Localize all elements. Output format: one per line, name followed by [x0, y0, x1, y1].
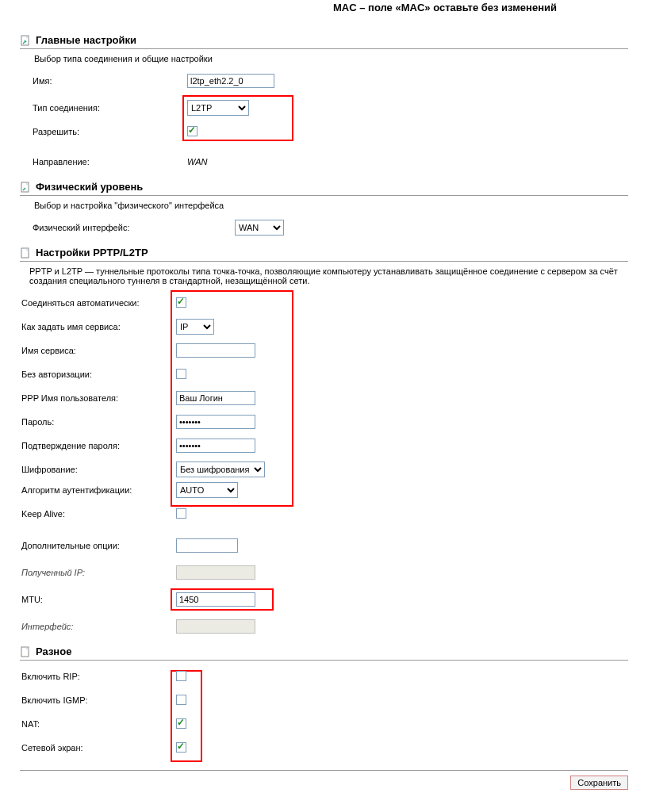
checkbox-auto[interactable]: [176, 297, 186, 308]
row-extra: Дополнительные опции:: [21, 538, 628, 553]
label-pwd: Пароль:: [21, 417, 176, 427]
row-nat: NAT:: [21, 716, 628, 732]
label-mtu: MTU:: [21, 595, 176, 604]
section-title-phys: Физический уровень: [36, 181, 143, 193]
row-enc: Шифрование: Без шифрования: [21, 462, 628, 477]
label-keepalive: Keep Alive:: [21, 509, 176, 519]
section-header-pptp: Настройки PPTP/L2TP: [20, 247, 628, 262]
row-allow: Разрешить:: [33, 124, 628, 140]
row-keepalive: Keep Alive:: [21, 506, 628, 522]
checkbox-rip[interactable]: [176, 671, 186, 681]
row-mtu: MTU:: [21, 592, 628, 607]
select-svc-mode[interactable]: IP: [176, 319, 214, 335]
input-pwd[interactable]: [176, 415, 255, 429]
label-conn-type: Тип соединения:: [33, 103, 187, 113]
page-icon: [20, 182, 31, 193]
input-recv-ip: [176, 565, 255, 580]
row-recv-ip: Полученный IP:: [21, 565, 628, 580]
label-recv-ip: Полученный IP:: [21, 568, 176, 577]
section-desc-phys: Выбор и настройка "физического" интерфей…: [34, 201, 628, 210]
section-desc-pptp: PPTP и L2TP — туннельные протоколы типа …: [29, 266, 628, 285]
label-auto: Соединяться автоматически:: [21, 298, 176, 308]
checkbox-fw[interactable]: [176, 742, 186, 753]
row-svc-mode: Как задать имя сервиса: IP: [21, 319, 628, 335]
label-pwd2: Подтверждение пароля:: [21, 441, 176, 450]
label-extra: Дополнительные опции:: [21, 541, 176, 550]
row-svc-name: Имя сервиса:: [21, 343, 628, 358]
row-iface2: Интерфейс:: [21, 619, 628, 634]
input-name[interactable]: [187, 74, 274, 88]
row-noauth: Без авторизации:: [21, 366, 628, 382]
section-title-main: Главные настройки: [36, 34, 136, 46]
label-noauth: Без авторизации:: [21, 370, 176, 379]
label-fw: Сетевой экран:: [21, 743, 176, 753]
row-pwd2: Подтверждение пароля:: [21, 438, 628, 454]
checkbox-noauth[interactable]: [176, 369, 186, 379]
select-phys-iface[interactable]: WAN: [235, 220, 284, 236]
label-rip: Включить RIP:: [21, 672, 176, 681]
label-nat: NAT:: [21, 719, 176, 729]
section-desc-main: Выбор типа соединения и общие настройки: [34, 54, 628, 63]
section-header-misc: Разное: [20, 645, 628, 661]
save-button[interactable]: Сохранить: [570, 776, 628, 790]
page-icon: [20, 646, 31, 657]
input-ppp-user[interactable]: [176, 391, 255, 405]
page-icon: [20, 35, 31, 46]
input-pwd2[interactable]: [176, 439, 255, 453]
input-iface2: [176, 619, 255, 634]
label-allow: Разрешить:: [33, 127, 187, 136]
checkbox-keepalive[interactable]: [176, 508, 186, 519]
label-auth: Алгоритм аутентификации:: [21, 485, 176, 495]
section-header-main: Главные настройки: [20, 34, 628, 49]
row-phys-iface: Физический интерфейс: WAN: [33, 220, 628, 236]
value-direction: WAN: [187, 157, 207, 167]
checkbox-allow[interactable]: [187, 126, 197, 136]
checkbox-nat[interactable]: [176, 718, 186, 729]
row-igmp: Включить IGMP:: [21, 692, 628, 708]
label-igmp: Включить IGMP:: [21, 695, 176, 705]
row-rip: Включить RIP:: [21, 668, 628, 684]
label-enc: Шифрование:: [21, 465, 176, 474]
input-extra[interactable]: [176, 538, 238, 553]
annotation-text: MAC – поле «MAC» оставьте без изменений: [333, 2, 557, 15]
section-header-phys: Физический уровень: [20, 181, 628, 196]
row-ppp-user: PPP Имя пользователя:: [21, 390, 628, 406]
page-icon: [20, 247, 31, 259]
row-fw: Сетевой экран:: [21, 740, 628, 756]
label-direction: Направление:: [33, 157, 187, 167]
select-auth[interactable]: AUTO: [176, 482, 238, 498]
label-phys-iface: Физический интерфейс:: [33, 223, 235, 232]
section-title-misc: Разное: [36, 645, 71, 657]
label-svc-name: Имя сервиса:: [21, 346, 176, 355]
row-auto: Соединяться автоматически:: [21, 295, 628, 311]
label-iface2: Интерфейс:: [21, 622, 176, 631]
checkbox-igmp[interactable]: [176, 695, 186, 705]
row-conn-type: Тип соединения: L2TP: [33, 100, 628, 116]
row-pwd: Пароль:: [21, 414, 628, 430]
input-mtu[interactable]: [176, 592, 255, 607]
select-enc[interactable]: Без шифрования: [176, 462, 265, 477]
label-name: Имя:: [33, 76, 187, 86]
input-svc-name[interactable]: [176, 343, 255, 358]
label-ppp-user: PPP Имя пользователя:: [21, 393, 176, 403]
select-conn-type[interactable]: L2TP: [187, 100, 249, 116]
label-svc-mode: Как задать имя сервиса:: [21, 322, 176, 331]
row-direction: Направление: WAN: [33, 154, 628, 170]
row-auth: Алгоритм аутентификации: AUTO: [21, 482, 628, 498]
section-title-pptp: Настройки PPTP/L2TP: [36, 247, 148, 259]
row-name: Имя:: [33, 73, 628, 89]
footer-row: Сохранить: [20, 770, 628, 790]
